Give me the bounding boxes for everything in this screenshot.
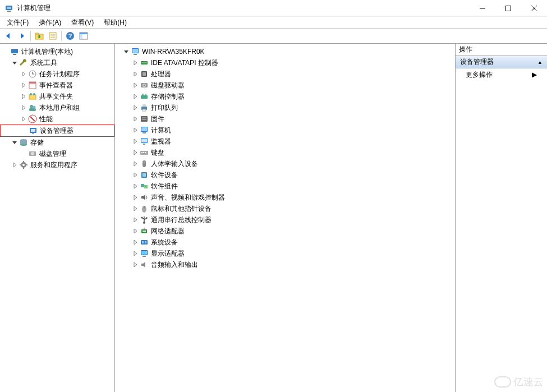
tree-item-audio-io[interactable]: 音频输入和输出 bbox=[115, 259, 455, 270]
svg-rect-46 bbox=[26, 164, 27, 165]
tree-item-network[interactable]: 网络适配器 bbox=[115, 225, 455, 237]
chevron-right-icon[interactable] bbox=[19, 114, 28, 123]
tree-item-mouse[interactable]: 鼠标和其他指针设备 bbox=[115, 203, 455, 214]
chevron-down-icon[interactable] bbox=[10, 58, 19, 67]
tree-item-label: 处理器 bbox=[151, 70, 174, 79]
tree-item-storage[interactable]: 存储 bbox=[0, 137, 114, 148]
close-button[interactable] bbox=[521, 0, 547, 17]
chevron-right-icon[interactable] bbox=[19, 81, 28, 90]
tree-item-label: 显示适配器 bbox=[151, 249, 188, 259]
nav-tree[interactable]: 计算机管理(本地)系统工具任务计划程序事件查看器共享文件夹本地用户和组性能设备管… bbox=[0, 44, 115, 392]
tree-item-wrench[interactable]: 系统工具 bbox=[0, 57, 114, 68]
svg-rect-48 bbox=[132, 49, 138, 53]
svg-point-29 bbox=[33, 106, 36, 109]
actions-pane: 操作 设备管理器 ▲ 更多操作 ▶ bbox=[456, 44, 547, 392]
tree-item-system[interactable]: 系统设备 bbox=[115, 237, 455, 248]
tree-item-event[interactable]: 事件查看器 bbox=[0, 80, 114, 91]
tree-item-ide[interactable]: IDE ATA/ATAPI 控制器 bbox=[115, 57, 455, 68]
menu-action[interactable]: 操作(A) bbox=[34, 17, 66, 29]
forward-button[interactable] bbox=[16, 30, 28, 42]
chevron-right-icon[interactable] bbox=[131, 238, 140, 247]
tree-item-firmware[interactable]: 固件 bbox=[115, 113, 455, 124]
chevron-down-icon[interactable] bbox=[122, 47, 131, 56]
monitor-icon bbox=[140, 137, 149, 146]
device-tree[interactable]: WIN-RRVA35KFR0KIDE ATA/ATAPI 控制器处理器磁盘驱动器… bbox=[115, 44, 456, 392]
chevron-right-icon[interactable] bbox=[131, 81, 140, 90]
chevron-right-icon[interactable] bbox=[131, 249, 140, 258]
chevron-right-icon[interactable] bbox=[131, 159, 140, 168]
svg-rect-25 bbox=[29, 95, 36, 99]
tree-item-hid[interactable]: 人体学输入设备 bbox=[115, 158, 455, 169]
tree-item-clock[interactable]: 任务计划程序 bbox=[0, 68, 114, 80]
tree-item-label: 本地用户和组 bbox=[39, 103, 83, 113]
chevron-right-icon[interactable] bbox=[131, 204, 140, 213]
menu-help[interactable]: 帮助(H) bbox=[99, 17, 131, 29]
svg-rect-70 bbox=[141, 139, 147, 142]
tree-item-share[interactable]: 共享文件夹 bbox=[0, 91, 114, 102]
tree-item-keyboard[interactable]: 键盘 bbox=[115, 147, 455, 158]
tree-item-computer-mgmt[interactable]: 计算机管理(本地) bbox=[0, 46, 114, 57]
tree-item-services[interactable]: 服务和应用程序 bbox=[0, 159, 114, 170]
tree-item-cpu[interactable]: 处理器 bbox=[115, 68, 455, 80]
tree-item-usb[interactable]: 通用串行总线控制器 bbox=[115, 214, 455, 225]
chevron-right-icon[interactable] bbox=[131, 193, 140, 202]
tree-item-printer[interactable]: 打印队列 bbox=[115, 102, 455, 113]
chevron-right-icon[interactable] bbox=[131, 126, 140, 135]
svg-rect-58 bbox=[142, 94, 144, 95]
tree-item-users[interactable]: 本地用户和组 bbox=[0, 102, 114, 113]
chevron-right-icon[interactable] bbox=[19, 92, 28, 101]
tree-item-hdd[interactable]: 磁盘驱动器 bbox=[115, 80, 455, 91]
menu-file[interactable]: 文件(F) bbox=[2, 17, 33, 29]
svg-rect-43 bbox=[23, 161, 24, 163]
chevron-right-icon[interactable] bbox=[131, 182, 140, 191]
chevron-right-icon[interactable] bbox=[10, 160, 19, 169]
tree-item-device[interactable]: 设备管理器 bbox=[0, 124, 114, 137]
tree-item-label: 设备管理器 bbox=[40, 126, 77, 136]
chevron-right-icon[interactable] bbox=[131, 227, 140, 236]
tree-item-storage-ctl[interactable]: 存储控制器 bbox=[115, 91, 455, 102]
properties-button[interactable] bbox=[47, 30, 59, 42]
chevron-right-icon[interactable] bbox=[131, 103, 140, 112]
tree-item-audio-ctl[interactable]: 声音、视频和游戏控制器 bbox=[115, 192, 455, 203]
display-icon bbox=[140, 249, 149, 258]
svg-rect-97 bbox=[141, 251, 147, 255]
tree-item-label: 事件查看器 bbox=[39, 81, 76, 90]
chevron-right-icon[interactable] bbox=[131, 70, 140, 79]
chevron-right-icon[interactable] bbox=[19, 70, 28, 79]
tree-item-disk[interactable]: 磁盘管理 bbox=[0, 148, 114, 159]
help-button[interactable]: ? bbox=[64, 30, 76, 42]
svg-rect-45 bbox=[20, 164, 21, 165]
up-folder-button[interactable] bbox=[33, 30, 45, 42]
show-pane-button[interactable] bbox=[77, 30, 90, 42]
maximize-button[interactable] bbox=[495, 0, 521, 17]
tree-item-monitor[interactable]: 监视器 bbox=[115, 136, 455, 147]
chevron-right-icon[interactable] bbox=[131, 92, 140, 101]
tree-item-sw-comp[interactable]: 软件组件 bbox=[115, 181, 455, 192]
tree-item-sw-device[interactable]: 软件设备 bbox=[115, 169, 455, 181]
chevron-right-icon[interactable] bbox=[131, 215, 140, 224]
hid-icon bbox=[140, 159, 149, 168]
tree-item-label: 打印队列 bbox=[151, 103, 181, 113]
tree-item-label: 软件组件 bbox=[151, 182, 181, 191]
tree-item-perf[interactable]: 性能 bbox=[0, 113, 114, 124]
tree-item-display[interactable]: 显示适配器 bbox=[115, 248, 455, 259]
chevron-down-icon[interactable] bbox=[10, 138, 19, 147]
chevron-right-icon[interactable] bbox=[131, 148, 140, 157]
actions-section[interactable]: 设备管理器 ▲ bbox=[456, 56, 547, 68]
minimize-button[interactable] bbox=[470, 0, 495, 17]
svg-rect-67 bbox=[141, 127, 147, 131]
chevron-right-icon[interactable] bbox=[131, 137, 140, 146]
menu-view[interactable]: 查看(V) bbox=[67, 17, 98, 29]
chevron-right-icon[interactable] bbox=[19, 103, 28, 112]
tree-item-pc[interactable]: WIN-RRVA35KFR0K bbox=[115, 46, 455, 57]
chevron-right-icon[interactable] bbox=[131, 260, 140, 269]
svg-point-26 bbox=[30, 93, 32, 95]
firmware-icon bbox=[140, 114, 149, 123]
more-actions[interactable]: 更多操作 ▶ bbox=[456, 68, 547, 81]
chevron-right-icon[interactable] bbox=[131, 170, 140, 179]
back-button[interactable] bbox=[2, 30, 15, 42]
tree-item-label: 软件设备 bbox=[151, 170, 181, 180]
chevron-right-icon[interactable] bbox=[131, 58, 140, 67]
chevron-right-icon[interactable] bbox=[131, 114, 140, 123]
tree-item-pc[interactable]: 计算机 bbox=[115, 124, 455, 136]
